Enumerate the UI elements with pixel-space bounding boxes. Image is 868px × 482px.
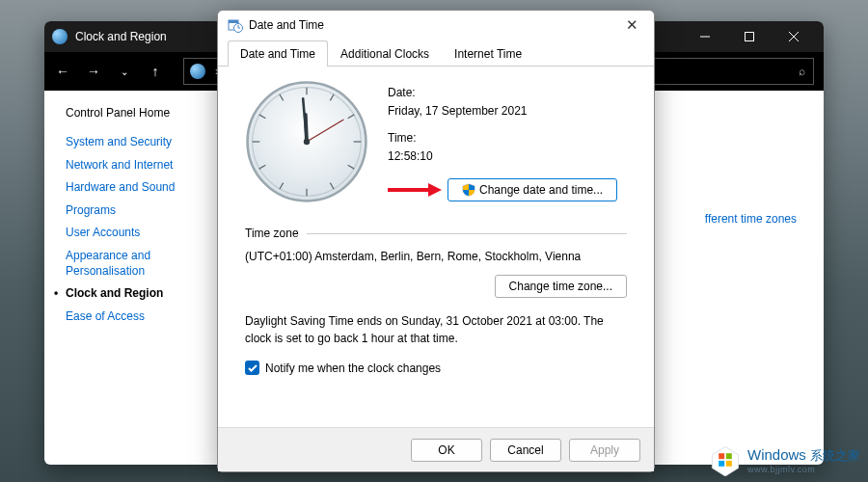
sidebar: Control Panel Home System and Security N… bbox=[44, 91, 206, 465]
control-panel-home-link[interactable]: Control Panel Home bbox=[66, 106, 197, 120]
close-button[interactable] bbox=[772, 21, 816, 52]
tab-date-and-time[interactable]: Date and Time bbox=[228, 40, 328, 67]
dialog-footer: OK Cancel Apply bbox=[218, 427, 654, 471]
cancel-button[interactable]: Cancel bbox=[490, 439, 561, 462]
maximize-button[interactable] bbox=[727, 21, 772, 52]
apply-button[interactable]: Apply bbox=[569, 439, 640, 462]
nav-forward-button[interactable]: → bbox=[85, 64, 102, 79]
svg-rect-33 bbox=[726, 461, 732, 467]
control-panel-icon bbox=[52, 29, 68, 44]
analog-clock bbox=[245, 80, 368, 203]
watermark: Windows 系统之家 www.bjjmlv.com bbox=[709, 443, 860, 476]
change-date-time-button[interactable]: Change date and time... bbox=[448, 178, 617, 201]
tab-additional-clocks[interactable]: Additional Clocks bbox=[328, 40, 442, 67]
time-value: 12:58:10 bbox=[388, 147, 627, 166]
sidebar-item-hardware-sound[interactable]: Hardware and Sound bbox=[66, 180, 197, 196]
change-timezone-button[interactable]: Change time zone... bbox=[495, 275, 627, 298]
watermark-url: www.bjjmlv.com bbox=[747, 465, 860, 474]
notify-label: Notify me when the clock changes bbox=[265, 362, 441, 375]
annotation-arrow-icon bbox=[388, 183, 442, 197]
tab-strip: Date and Time Additional Clocks Internet… bbox=[218, 40, 654, 67]
change-timezone-label: Change time zone... bbox=[509, 280, 612, 293]
sidebar-item-ease-of-access[interactable]: Ease of Access bbox=[66, 309, 197, 325]
watermark-logo-icon bbox=[709, 443, 742, 476]
nav-back-button[interactable]: ← bbox=[54, 64, 71, 79]
dialog-close-button[interactable]: ✕ bbox=[620, 16, 644, 34]
time-label: Time: bbox=[388, 129, 627, 147]
date-label: Date: bbox=[388, 84, 627, 102]
watermark-brand: Windows bbox=[747, 446, 806, 463]
parent-window-title: Clock and Region bbox=[75, 30, 167, 43]
sidebar-item-user-accounts[interactable]: User Accounts bbox=[66, 226, 197, 241]
svg-marker-28 bbox=[428, 183, 442, 197]
tab-internet-time[interactable]: Internet Time bbox=[442, 40, 534, 67]
svg-marker-29 bbox=[712, 446, 738, 476]
sidebar-item-appearance[interactable]: Appearance and Personalisation bbox=[66, 249, 197, 279]
uac-shield-icon bbox=[462, 183, 475, 197]
nav-recent-button[interactable]: ⌄ bbox=[116, 67, 133, 77]
svg-rect-1 bbox=[746, 33, 754, 41]
svg-rect-31 bbox=[726, 453, 732, 459]
svg-rect-27 bbox=[388, 188, 428, 192]
date-time-icon bbox=[228, 17, 243, 33]
change-date-time-label: Change date and time... bbox=[479, 181, 603, 200]
divider bbox=[307, 233, 627, 234]
sidebar-item-system-security[interactable]: System and Security bbox=[66, 135, 197, 150]
timezone-value: (UTC+01:00) Amsterdam, Berlin, Bern, Rom… bbox=[245, 250, 627, 263]
date-time-dialog: Date and Time ✕ Date and Time Additional… bbox=[217, 10, 655, 472]
address-icon bbox=[190, 64, 205, 79]
watermark-cn: 系统之家 bbox=[810, 448, 860, 463]
svg-rect-30 bbox=[719, 453, 724, 459]
notify-checkbox[interactable] bbox=[245, 361, 259, 375]
dialog-body: Date: Friday, 17 September 2021 Time: 12… bbox=[218, 67, 654, 427]
dialog-titlebar: Date and Time ✕ bbox=[218, 11, 654, 40]
search-box[interactable]: ⌕ bbox=[640, 58, 814, 85]
svg-rect-5 bbox=[229, 20, 238, 23]
nav-up-button[interactable]: ↑ bbox=[147, 64, 164, 79]
search-icon: ⌕ bbox=[799, 65, 805, 78]
sidebar-item-clock-region[interactable]: Clock and Region bbox=[66, 286, 197, 302]
date-value: Friday, 17 September 2021 bbox=[388, 102, 627, 120]
watermark-text: Windows 系统之家 www.bjjmlv.com bbox=[747, 446, 860, 474]
ok-button[interactable]: OK bbox=[411, 439, 482, 462]
dialog-title: Date and Time bbox=[249, 18, 324, 32]
svg-rect-32 bbox=[719, 461, 724, 467]
dst-info: Daylight Saving Time ends on Sunday, 31 … bbox=[245, 313, 627, 347]
minimize-button[interactable] bbox=[683, 21, 727, 52]
sidebar-item-programs[interactable]: Programs bbox=[66, 203, 197, 219]
timezone-heading: Time zone bbox=[245, 227, 299, 240]
svg-point-26 bbox=[304, 139, 310, 145]
sidebar-item-network-internet[interactable]: Network and Internet bbox=[66, 158, 197, 174]
